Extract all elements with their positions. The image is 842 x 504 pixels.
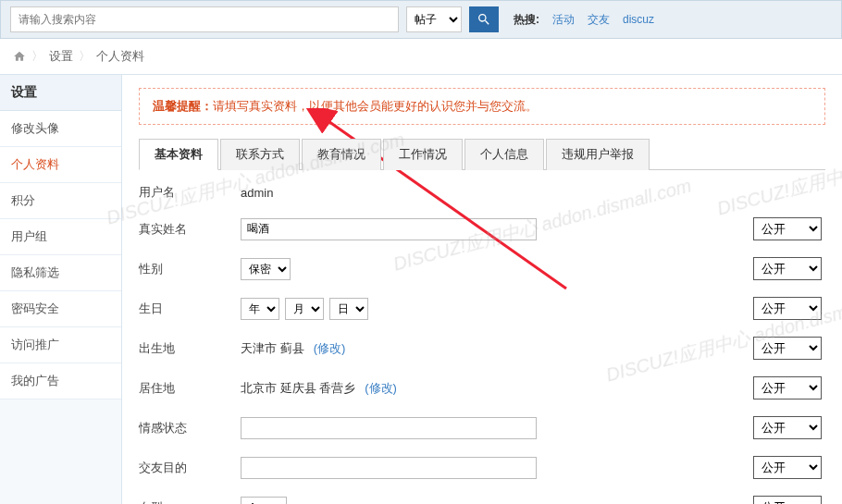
- realname-input[interactable]: [241, 218, 537, 240]
- birthplace-modify[interactable]: (修改): [314, 340, 346, 357]
- main-content: 温馨提醒：请填写真实资料，以便其他会员能更好的认识您并与您交流。 基本资料 联系…: [122, 75, 842, 504]
- blood-label: 血型: [139, 499, 241, 505]
- gender-privacy[interactable]: 公开: [753, 257, 822, 280]
- residence-value: 北京市 延庆县 香营乡: [241, 380, 355, 397]
- blood-privacy[interactable]: 公开: [753, 496, 822, 504]
- emotion-privacy[interactable]: 公开: [753, 416, 822, 439]
- residence-modify[interactable]: (修改): [365, 380, 397, 397]
- emotion-label: 情感状态: [139, 420, 241, 436]
- search-icon: [477, 12, 491, 27]
- birth-privacy[interactable]: 公开: [753, 297, 822, 320]
- residence-label: 居住地: [139, 380, 241, 397]
- tab-basic[interactable]: 基本资料: [139, 139, 218, 170]
- sidebar-item-promo[interactable]: 访问推广: [0, 327, 121, 363]
- birthplace-privacy[interactable]: 公开: [753, 337, 822, 360]
- gender-label: 性别: [139, 261, 241, 277]
- blood-select[interactable]: A: [241, 497, 287, 505]
- birth-label: 生日: [139, 301, 241, 317]
- breadcrumb-settings[interactable]: 设置: [49, 48, 73, 65]
- home-icon: [13, 50, 26, 63]
- birth-month-select[interactable]: 月: [285, 298, 324, 320]
- notice-text: 请填写真实资料，以便其他会员能更好的认识您并与您交流。: [213, 99, 538, 113]
- purpose-input[interactable]: [241, 457, 537, 479]
- tab-report[interactable]: 违规用户举报: [546, 139, 650, 170]
- purpose-privacy[interactable]: 公开: [753, 456, 822, 479]
- sidebar-item-usergroup[interactable]: 用户组: [0, 219, 121, 255]
- tab-personal[interactable]: 个人信息: [464, 139, 544, 170]
- sidebar-item-ads[interactable]: 我的广告: [0, 363, 121, 400]
- tabs: 基本资料 联系方式 教育情况 工作情况 个人信息 违规用户举报: [139, 138, 825, 170]
- sidebar: 设置 修改头像 个人资料 积分 用户组 隐私筛选 密码安全 访问推广 我的广告: [0, 75, 122, 504]
- sidebar-title: 设置: [0, 75, 121, 111]
- realname-privacy[interactable]: 公开: [753, 217, 822, 240]
- search-input[interactable]: [10, 6, 399, 32]
- tab-contact[interactable]: 联系方式: [220, 139, 300, 170]
- gender-select[interactable]: 保密: [241, 258, 291, 280]
- search-bar: 帖子 热搜: 活动 交友 discuz: [0, 0, 842, 39]
- residence-privacy[interactable]: 公开: [753, 376, 822, 400]
- birthplace-label: 出生地: [139, 340, 241, 357]
- search-button[interactable]: [469, 6, 499, 32]
- sidebar-item-profile[interactable]: 个人资料: [0, 147, 121, 183]
- username-value: admin: [241, 186, 825, 200]
- hot-search-label: 热搜:: [514, 12, 539, 28]
- breadcrumb: 〉 设置 〉 个人资料: [0, 39, 842, 74]
- notice-box: 温馨提醒：请填写真实资料，以便其他会员能更好的认识您并与您交流。: [139, 88, 825, 125]
- tab-work[interactable]: 工作情况: [383, 139, 463, 170]
- sidebar-item-avatar[interactable]: 修改头像: [0, 111, 121, 147]
- purpose-label: 交友目的: [139, 460, 241, 476]
- breadcrumb-profile[interactable]: 个人资料: [96, 48, 144, 65]
- sidebar-item-privacy[interactable]: 隐私筛选: [0, 255, 121, 291]
- birth-day-select[interactable]: 日: [329, 298, 368, 320]
- profile-form: 用户名 admin 真实姓名 公开 性别 保密 公开 生日 年 月 日 公: [139, 170, 825, 504]
- username-label: 用户名: [139, 184, 241, 201]
- realname-label: 真实姓名: [139, 221, 241, 238]
- tab-education[interactable]: 教育情况: [302, 139, 381, 170]
- sidebar-item-password[interactable]: 密码安全: [0, 291, 121, 327]
- birthplace-value: 天津市 蓟县: [241, 340, 304, 357]
- hot-link[interactable]: discuz: [623, 13, 654, 26]
- breadcrumb-sep: 〉: [31, 48, 43, 65]
- sidebar-item-credits[interactable]: 积分: [0, 183, 121, 219]
- hot-link[interactable]: 活动: [552, 12, 575, 28]
- hot-link[interactable]: 交友: [588, 12, 610, 28]
- birth-year-select[interactable]: 年: [241, 298, 279, 320]
- emotion-input[interactable]: [241, 417, 537, 439]
- notice-prefix: 温馨提醒：: [153, 99, 213, 113]
- breadcrumb-sep: 〉: [79, 48, 91, 65]
- search-scope-select[interactable]: 帖子: [406, 6, 462, 32]
